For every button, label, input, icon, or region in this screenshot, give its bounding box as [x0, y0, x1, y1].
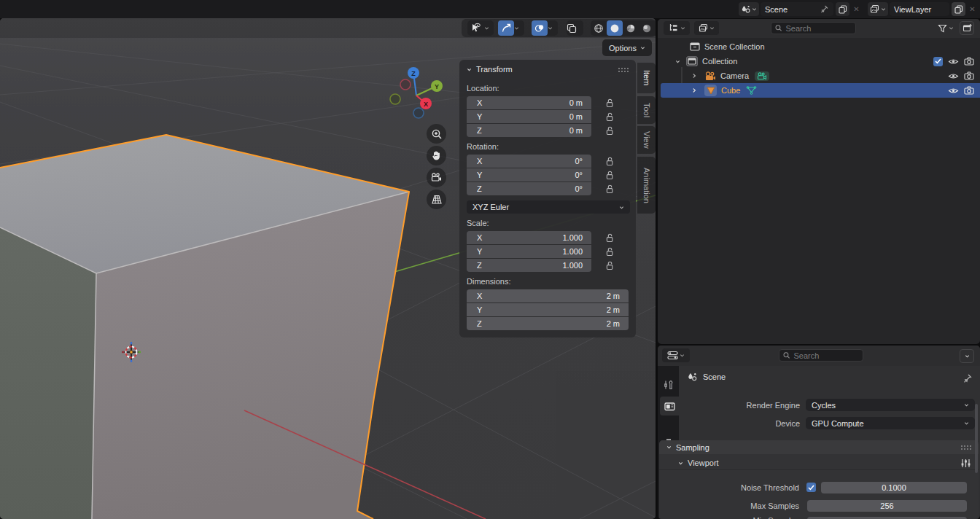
xray-toggle[interactable] [567, 20, 583, 36]
rotation-y-field[interactable]: Y0° [467, 168, 591, 182]
dimensions-x-field[interactable]: X2 m [467, 289, 629, 303]
outliner-search[interactable] [771, 22, 856, 34]
tab-animation[interactable]: Animation [637, 157, 656, 214]
viewlayer-selector-button[interactable] [868, 2, 888, 16]
rotation-mode-dropdown[interactable]: XYZ Euler [467, 200, 630, 214]
scene-new-button[interactable] [836, 2, 849, 16]
breadcrumb-scene-label[interactable]: Scene [703, 372, 726, 381]
tab-tool-properties[interactable] [658, 375, 679, 394]
expand-collection-icon[interactable] [675, 59, 680, 64]
show-gizmos-toggle[interactable] [498, 20, 514, 36]
viewlayer-name-field[interactable]: ViewLayer [890, 2, 949, 16]
expand-camera-icon[interactable] [691, 73, 697, 79]
camera-restrict-icon[interactable] [964, 57, 974, 66]
lock-open-icon[interactable] [606, 171, 614, 180]
row-collection[interactable]: Collection [658, 54, 980, 69]
noise-threshold-field[interactable]: 0.1000 [821, 482, 967, 493]
scale-y-field[interactable]: Y1.000 [467, 245, 591, 258]
axis-y-neg-ball[interactable] [390, 94, 400, 104]
pan-button[interactable] [427, 146, 446, 165]
location-y-field[interactable]: Y0 m [467, 110, 591, 123]
camera-data-badge[interactable] [755, 71, 769, 81]
eye-icon[interactable] [948, 58, 959, 66]
expand-cube-icon[interactable] [691, 87, 697, 93]
camera-restrict-icon[interactable] [964, 86, 974, 95]
axis-y-ball[interactable]: Y [431, 80, 443, 92]
zoom-button[interactable] [427, 124, 446, 144]
rotation-z-field[interactable]: Z0° [467, 182, 591, 195]
device-dropdown[interactable]: GPU Compute [806, 417, 975, 429]
lock-open-icon[interactable] [606, 98, 614, 108]
collection-checkbox[interactable] [933, 57, 943, 66]
object-visibility-dropdown[interactable] [467, 20, 494, 36]
axis-x-neg-ball[interactable] [400, 79, 411, 90]
tab-render-properties[interactable] [660, 397, 679, 415]
lock-open-icon[interactable] [606, 184, 614, 194]
editor-type-button[interactable] [664, 21, 690, 35]
lock-open-icon[interactable] [606, 261, 614, 270]
lock-open-icon[interactable] [606, 233, 614, 243]
properties-editor-type-button[interactable] [662, 348, 690, 362]
axis-x-ball[interactable]: X [420, 98, 432, 109]
scale-x-field[interactable]: X1.000 [467, 231, 591, 244]
options-button[interactable]: Options [602, 39, 652, 56]
shading-rendered-button[interactable] [639, 20, 655, 36]
viewport-subpanel-header[interactable]: Viewport [659, 456, 979, 470]
cube-left-face[interactable] [0, 227, 96, 519]
scene-name-field[interactable]: Scene [761, 2, 833, 16]
camera-view-button[interactable] [427, 168, 446, 187]
pin-icon[interactable] [820, 4, 829, 14]
shading-wireframe-button[interactable] [591, 20, 607, 36]
scene-unlink-button[interactable]: ✕ [851, 2, 862, 16]
sampling-panel-header[interactable]: Sampling [659, 440, 979, 454]
lock-open-icon[interactable] [606, 126, 614, 136]
noise-threshold-checkbox[interactable] [806, 483, 816, 492]
dimensions-z-field[interactable]: Z2 m [467, 317, 629, 330]
eye-icon[interactable] [948, 87, 959, 95]
tab-view[interactable]: View [637, 126, 656, 154]
display-mode-button[interactable] [694, 21, 719, 35]
row-camera[interactable]: Camera [658, 69, 980, 83]
drag-handle-icon[interactable] [960, 445, 971, 450]
render-engine-dropdown[interactable]: Cycles [806, 399, 975, 411]
axis-gizmo[interactable]: Z Y X [387, 66, 446, 125]
shading-solid-button[interactable] [607, 20, 623, 36]
pin-icon[interactable] [962, 373, 973, 383]
outliner-search-input[interactable] [785, 24, 852, 33]
lock-open-icon[interactable] [606, 247, 614, 257]
tab-tool[interactable]: Tool [637, 96, 656, 124]
mesh-data-badge[interactable] [746, 86, 757, 95]
shading-material-button[interactable] [623, 20, 639, 36]
max-samples-field[interactable]: 256 [807, 500, 967, 512]
rotation-x-field[interactable]: X0° [467, 155, 591, 168]
drag-handle-icon[interactable] [618, 67, 629, 72]
scale-z-field[interactable]: Z1.000 [467, 259, 591, 272]
dimensions-y-field[interactable]: Y2 m [467, 303, 629, 316]
location-z-field[interactable]: Z0 m [467, 124, 591, 137]
axis-z-ball[interactable]: Z [408, 67, 419, 79]
viewlayer-remove-button[interactable]: ✕ [967, 2, 978, 16]
properties-scrollbar[interactable] [975, 404, 978, 473]
location-x-field[interactable]: X0 m [467, 96, 591, 109]
properties-options-button[interactable] [960, 349, 974, 363]
scene-selector-button[interactable] [739, 2, 759, 16]
camera-restrict-icon[interactable] [964, 71, 974, 80]
properties-search[interactable] [779, 349, 863, 362]
cube-mesh[interactable] [0, 135, 409, 519]
row-scene-collection[interactable]: Scene Collection [658, 39, 980, 54]
preset-icon[interactable] [960, 458, 971, 468]
filter-button[interactable] [934, 21, 957, 35]
row-cube-selected[interactable]: Cube [661, 83, 980, 98]
viewport-3d[interactable]: Options Z Y X [0, 18, 656, 519]
perspective-button[interactable] [427, 190, 446, 209]
axis-z-neg-ball[interactable] [413, 108, 424, 118]
tab-item[interactable]: Item [637, 63, 656, 93]
properties-search-input[interactable] [793, 351, 859, 360]
viewlayer-new-button[interactable] [952, 2, 965, 16]
eye-icon[interactable] [948, 72, 959, 80]
new-collection-button[interactable] [960, 21, 974, 35]
lock-open-icon[interactable] [606, 112, 614, 122]
show-overlays-toggle[interactable] [532, 20, 548, 36]
lock-open-icon[interactable] [606, 157, 614, 166]
transform-panel-header[interactable]: Transform [467, 60, 629, 79]
